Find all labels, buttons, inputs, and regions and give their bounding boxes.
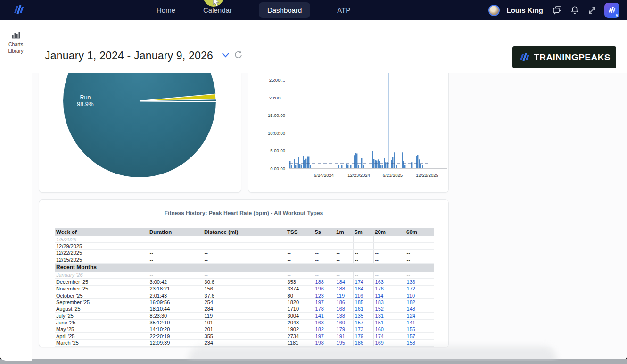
table-cell: -- xyxy=(203,236,286,243)
hr-value-link[interactable]: 183 xyxy=(373,299,405,306)
hr-value-link[interactable]: 182 xyxy=(314,326,335,332)
hr-value-link[interactable]: 141 xyxy=(405,319,434,326)
table-cell: 2043 xyxy=(286,319,314,326)
table-cell: 12/22/2025 xyxy=(55,249,148,256)
charts-library-button[interactable]: Charts Library xyxy=(0,31,32,54)
hr-value-link[interactable]: 174 xyxy=(353,279,373,285)
hr-value-link[interactable]: 196 xyxy=(314,285,335,292)
hr-value-link[interactable]: 161 xyxy=(353,306,373,312)
hr-value-link[interactable]: 135 xyxy=(353,313,373,319)
hr-value-link[interactable]: 116 xyxy=(353,292,373,298)
hr-value-link[interactable]: 168 xyxy=(335,306,353,312)
table-cell: 3:00:42 xyxy=(148,279,203,285)
hr-value-link[interactable]: 197 xyxy=(314,299,335,306)
pie-chart[interactable]: Run98.9% xyxy=(39,73,241,192)
column-header[interactable]: Week of xyxy=(55,228,148,236)
hr-value-link[interactable]: 198 xyxy=(314,339,335,346)
table-cell: 18:10:44 xyxy=(148,306,203,312)
column-header[interactable]: Duration xyxy=(148,228,203,236)
hr-value-link[interactable]: 176 xyxy=(373,285,405,292)
table-cell: 35:12:10 xyxy=(148,319,203,326)
duration-bar xyxy=(372,151,373,168)
column-header[interactable]: Distance (mi) xyxy=(203,228,286,236)
hr-value-link[interactable]: 163 xyxy=(314,319,335,326)
hr-value-link[interactable]: 172 xyxy=(405,285,434,292)
hr-value-link[interactable]: 155 xyxy=(405,326,434,332)
refresh-icon[interactable] xyxy=(234,50,243,59)
hr-value-link[interactable]: 157 xyxy=(405,333,434,339)
hr-value-link[interactable]: 163 xyxy=(373,279,405,285)
hr-value-link[interactable]: 148 xyxy=(405,306,434,312)
trainingpeaks-mark-icon[interactable] xyxy=(13,4,25,16)
avatar[interactable] xyxy=(488,5,500,16)
hr-value-link[interactable]: 123 xyxy=(314,292,335,298)
bar-chart-icon xyxy=(11,31,21,39)
hr-value-link[interactable]: 186 xyxy=(353,339,373,346)
hr-value-link[interactable]: 179 xyxy=(335,326,353,332)
duration-bar xyxy=(402,152,403,168)
hr-value-link[interactable]: 169 xyxy=(373,339,405,346)
hr-value-link[interactable]: 179 xyxy=(353,333,373,339)
duration-bar xyxy=(375,160,376,168)
hr-value-link[interactable]: 158 xyxy=(405,339,434,346)
duration-bar xyxy=(310,165,311,168)
hr-value-link[interactable]: 114 xyxy=(373,292,405,298)
hr-value-link[interactable]: 141 xyxy=(314,313,335,319)
table-cell: -- xyxy=(405,249,434,256)
column-header[interactable]: 20m xyxy=(373,228,405,236)
hr-value-link[interactable]: 136 xyxy=(405,279,434,285)
user-name[interactable]: Louis King xyxy=(507,6,544,14)
table-cell: 3374 xyxy=(286,285,314,292)
duration-bar xyxy=(346,164,346,168)
hr-value-link[interactable]: 160 xyxy=(335,319,353,326)
table-title: Fitness History: Peak Heart Rate (bpm) -… xyxy=(39,210,448,216)
duration-bar-chart[interactable]: 25:00:...20:00:...15:00:0010:00:005:00:0… xyxy=(248,73,448,192)
y-axis-tick: 20:00:... xyxy=(269,95,285,100)
duration-bar xyxy=(341,165,342,169)
hr-value-link[interactable]: 188 xyxy=(335,285,353,292)
pie-slice-label: Run xyxy=(80,94,91,101)
hr-value-link[interactable]: 110 xyxy=(405,292,434,298)
hr-value-link[interactable]: 174 xyxy=(373,333,405,339)
nav-item-home[interactable]: Home xyxy=(156,2,176,18)
hr-value-link[interactable]: 152 xyxy=(373,306,405,312)
date-range-label[interactable]: January 1, 2024 - January 9, 2026 xyxy=(45,50,213,62)
table-cell: 80 xyxy=(286,292,314,298)
hr-value-link[interactable]: 197 xyxy=(314,333,335,339)
app-icon-v-label: v xyxy=(616,13,618,17)
hr-value-link[interactable]: 131 xyxy=(373,313,405,319)
hr-value-link[interactable]: 151 xyxy=(373,319,405,326)
hr-value-link[interactable]: 157 xyxy=(353,319,373,326)
nav-item-atp[interactable]: ATP xyxy=(336,2,351,18)
hr-value-link[interactable]: 160 xyxy=(373,326,405,332)
duration-bar xyxy=(404,165,405,168)
hr-value-link[interactable]: 138 xyxy=(335,313,353,319)
hr-value-link[interactable]: 188 xyxy=(314,279,335,285)
hr-value-link[interactable]: 185 xyxy=(353,299,373,306)
column-header[interactable]: TSS xyxy=(286,228,314,236)
column-header[interactable]: 1m xyxy=(335,228,353,236)
y-axis-tick: 5:00:00 xyxy=(270,148,285,153)
column-header[interactable]: 60m xyxy=(405,228,434,236)
bell-icon[interactable] xyxy=(569,5,580,16)
duration-bar xyxy=(379,161,380,168)
column-header[interactable]: 5s xyxy=(314,228,335,236)
hr-value-link[interactable]: 173 xyxy=(353,326,373,332)
hr-value-link[interactable]: 184 xyxy=(335,279,353,285)
hr-value-link[interactable]: 178 xyxy=(314,306,335,312)
nav-item-dashboard[interactable]: Dashboard xyxy=(259,2,310,18)
hr-value-link[interactable]: 182 xyxy=(405,299,434,306)
hr-value-link[interactable]: 186 xyxy=(335,299,353,306)
hr-value-link[interactable]: 195 xyxy=(335,339,353,346)
duration-bar xyxy=(388,73,388,168)
messages-icon[interactable] xyxy=(552,5,562,16)
table-cell: May '25 xyxy=(55,326,148,332)
column-header[interactable]: 5m xyxy=(353,228,373,236)
hr-value-link[interactable]: 119 xyxy=(335,292,353,298)
hr-value-link[interactable]: 191 xyxy=(335,333,353,339)
hr-value-link[interactable]: 124 xyxy=(405,313,434,319)
chevron-down-icon[interactable] xyxy=(222,52,230,58)
hr-value-link[interactable]: 184 xyxy=(353,285,373,292)
trainingpeaks-app-icon[interactable]: v xyxy=(604,3,619,18)
expand-icon[interactable] xyxy=(587,5,597,16)
